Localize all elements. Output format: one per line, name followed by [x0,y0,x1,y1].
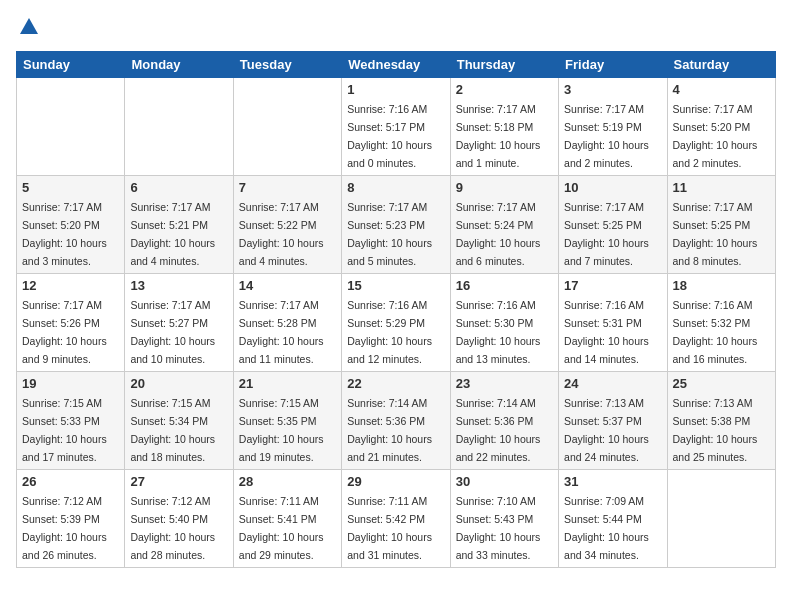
day-info: Sunrise: 7:16 AMSunset: 5:31 PMDaylight:… [564,299,649,365]
day-number: 25 [673,376,770,391]
week-row-4: 19Sunrise: 7:15 AMSunset: 5:33 PMDayligh… [17,372,776,470]
day-cell: 11Sunrise: 7:17 AMSunset: 5:25 PMDayligh… [667,176,775,274]
day-cell: 23Sunrise: 7:14 AMSunset: 5:36 PMDayligh… [450,372,558,470]
day-cell: 6Sunrise: 7:17 AMSunset: 5:21 PMDaylight… [125,176,233,274]
day-info: Sunrise: 7:17 AMSunset: 5:21 PMDaylight:… [130,201,215,267]
day-info: Sunrise: 7:17 AMSunset: 5:25 PMDaylight:… [564,201,649,267]
day-cell [667,470,775,568]
day-number: 31 [564,474,661,489]
day-info: Sunrise: 7:14 AMSunset: 5:36 PMDaylight:… [456,397,541,463]
day-info: Sunrise: 7:16 AMSunset: 5:29 PMDaylight:… [347,299,432,365]
day-info: Sunrise: 7:11 AMSunset: 5:42 PMDaylight:… [347,495,432,561]
day-cell: 31Sunrise: 7:09 AMSunset: 5:44 PMDayligh… [559,470,667,568]
day-info: Sunrise: 7:09 AMSunset: 5:44 PMDaylight:… [564,495,649,561]
day-cell [17,78,125,176]
day-info: Sunrise: 7:17 AMSunset: 5:28 PMDaylight:… [239,299,324,365]
day-number: 19 [22,376,119,391]
day-number: 27 [130,474,227,489]
day-cell [125,78,233,176]
day-info: Sunrise: 7:11 AMSunset: 5:41 PMDaylight:… [239,495,324,561]
day-cell: 14Sunrise: 7:17 AMSunset: 5:28 PMDayligh… [233,274,341,372]
logo-icon [18,16,40,38]
day-cell: 9Sunrise: 7:17 AMSunset: 5:24 PMDaylight… [450,176,558,274]
day-number: 22 [347,376,444,391]
day-number: 8 [347,180,444,195]
day-info: Sunrise: 7:17 AMSunset: 5:20 PMDaylight:… [673,103,758,169]
day-cell: 22Sunrise: 7:14 AMSunset: 5:36 PMDayligh… [342,372,450,470]
weekday-header-wednesday: Wednesday [342,52,450,78]
logo [16,16,40,43]
day-info: Sunrise: 7:17 AMSunset: 5:22 PMDaylight:… [239,201,324,267]
weekday-header-saturday: Saturday [667,52,775,78]
day-info: Sunrise: 7:15 AMSunset: 5:35 PMDaylight:… [239,397,324,463]
week-row-5: 26Sunrise: 7:12 AMSunset: 5:39 PMDayligh… [17,470,776,568]
header [16,16,776,43]
weekday-header-row: SundayMondayTuesdayWednesdayThursdayFrid… [17,52,776,78]
day-info: Sunrise: 7:16 AMSunset: 5:32 PMDaylight:… [673,299,758,365]
day-info: Sunrise: 7:12 AMSunset: 5:40 PMDaylight:… [130,495,215,561]
day-cell: 20Sunrise: 7:15 AMSunset: 5:34 PMDayligh… [125,372,233,470]
day-number: 17 [564,278,661,293]
day-number: 1 [347,82,444,97]
svg-marker-0 [20,18,38,34]
day-info: Sunrise: 7:17 AMSunset: 5:25 PMDaylight:… [673,201,758,267]
day-cell: 3Sunrise: 7:17 AMSunset: 5:19 PMDaylight… [559,78,667,176]
day-number: 18 [673,278,770,293]
day-number: 3 [564,82,661,97]
day-info: Sunrise: 7:13 AMSunset: 5:37 PMDaylight:… [564,397,649,463]
day-cell: 28Sunrise: 7:11 AMSunset: 5:41 PMDayligh… [233,470,341,568]
day-number: 14 [239,278,336,293]
day-info: Sunrise: 7:10 AMSunset: 5:43 PMDaylight:… [456,495,541,561]
day-info: Sunrise: 7:17 AMSunset: 5:20 PMDaylight:… [22,201,107,267]
day-info: Sunrise: 7:15 AMSunset: 5:34 PMDaylight:… [130,397,215,463]
day-cell: 13Sunrise: 7:17 AMSunset: 5:27 PMDayligh… [125,274,233,372]
day-number: 30 [456,474,553,489]
day-number: 12 [22,278,119,293]
week-row-2: 5Sunrise: 7:17 AMSunset: 5:20 PMDaylight… [17,176,776,274]
day-cell: 19Sunrise: 7:15 AMSunset: 5:33 PMDayligh… [17,372,125,470]
week-row-3: 12Sunrise: 7:17 AMSunset: 5:26 PMDayligh… [17,274,776,372]
day-number: 20 [130,376,227,391]
day-cell: 26Sunrise: 7:12 AMSunset: 5:39 PMDayligh… [17,470,125,568]
day-cell: 18Sunrise: 7:16 AMSunset: 5:32 PMDayligh… [667,274,775,372]
day-info: Sunrise: 7:16 AMSunset: 5:17 PMDaylight:… [347,103,432,169]
day-info: Sunrise: 7:13 AMSunset: 5:38 PMDaylight:… [673,397,758,463]
day-number: 13 [130,278,227,293]
calendar: SundayMondayTuesdayWednesdayThursdayFrid… [16,51,776,568]
day-info: Sunrise: 7:16 AMSunset: 5:30 PMDaylight:… [456,299,541,365]
day-info: Sunrise: 7:14 AMSunset: 5:36 PMDaylight:… [347,397,432,463]
day-info: Sunrise: 7:17 AMSunset: 5:23 PMDaylight:… [347,201,432,267]
day-number: 5 [22,180,119,195]
day-cell: 8Sunrise: 7:17 AMSunset: 5:23 PMDaylight… [342,176,450,274]
day-number: 16 [456,278,553,293]
day-number: 15 [347,278,444,293]
day-cell: 15Sunrise: 7:16 AMSunset: 5:29 PMDayligh… [342,274,450,372]
day-cell: 7Sunrise: 7:17 AMSunset: 5:22 PMDaylight… [233,176,341,274]
day-cell: 27Sunrise: 7:12 AMSunset: 5:40 PMDayligh… [125,470,233,568]
day-info: Sunrise: 7:12 AMSunset: 5:39 PMDaylight:… [22,495,107,561]
day-number: 26 [22,474,119,489]
day-number: 28 [239,474,336,489]
day-cell: 25Sunrise: 7:13 AMSunset: 5:38 PMDayligh… [667,372,775,470]
day-cell: 2Sunrise: 7:17 AMSunset: 5:18 PMDaylight… [450,78,558,176]
weekday-header-monday: Monday [125,52,233,78]
day-number: 24 [564,376,661,391]
day-cell: 12Sunrise: 7:17 AMSunset: 5:26 PMDayligh… [17,274,125,372]
day-number: 10 [564,180,661,195]
day-number: 6 [130,180,227,195]
day-number: 7 [239,180,336,195]
week-row-1: 1Sunrise: 7:16 AMSunset: 5:17 PMDaylight… [17,78,776,176]
day-cell: 5Sunrise: 7:17 AMSunset: 5:20 PMDaylight… [17,176,125,274]
day-info: Sunrise: 7:17 AMSunset: 5:26 PMDaylight:… [22,299,107,365]
day-cell: 1Sunrise: 7:16 AMSunset: 5:17 PMDaylight… [342,78,450,176]
day-number: 11 [673,180,770,195]
day-number: 9 [456,180,553,195]
day-info: Sunrise: 7:17 AMSunset: 5:24 PMDaylight:… [456,201,541,267]
day-cell: 4Sunrise: 7:17 AMSunset: 5:20 PMDaylight… [667,78,775,176]
day-info: Sunrise: 7:17 AMSunset: 5:27 PMDaylight:… [130,299,215,365]
day-number: 4 [673,82,770,97]
day-cell: 30Sunrise: 7:10 AMSunset: 5:43 PMDayligh… [450,470,558,568]
weekday-header-friday: Friday [559,52,667,78]
weekday-header-thursday: Thursday [450,52,558,78]
day-cell: 21Sunrise: 7:15 AMSunset: 5:35 PMDayligh… [233,372,341,470]
